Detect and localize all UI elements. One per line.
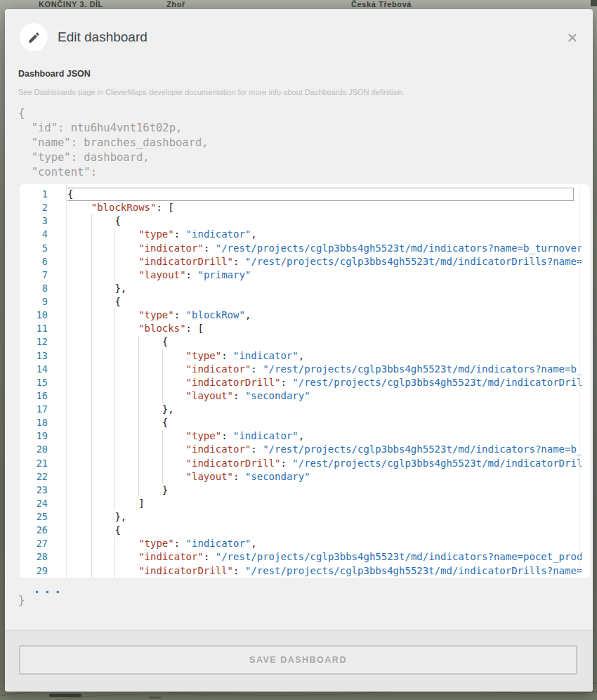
json-punctuation: {: [114, 296, 120, 307]
json-value: "primary": [197, 269, 251, 280]
line-number: 9: [20, 295, 48, 309]
indent-guide: [114, 389, 115, 403]
line-number: 8: [20, 282, 48, 295]
indent-guide: [138, 335, 139, 349]
json-punctuation: {: [114, 524, 120, 536]
indent-guide: [114, 470, 115, 484]
code-line[interactable]: "type": "blockRow",: [67, 309, 582, 322]
code-line[interactable]: "layout": "secondary": [67, 389, 582, 403]
line-number: 12: [20, 335, 48, 349]
indent-guide: [91, 564, 92, 578]
code-area[interactable]: { "blockRows": [ { "type": "indicator", …: [67, 188, 582, 578]
indent-guide: [91, 214, 92, 228]
indent-guide: [114, 429, 115, 443]
edit-dashboard-modal: Edit dashboard ✕ Dashboard JSON See Dash…: [5, 9, 593, 692]
code-line[interactable]: "indicator": "/rest/projects/cglp3bbs4gh…: [67, 443, 582, 456]
indent-guide: [114, 268, 115, 282]
code-line[interactable]: {: [67, 524, 582, 537]
indent-guide: [162, 443, 163, 456]
indent-guide: [91, 255, 92, 268]
code-line[interactable]: "layout": "secondary": [67, 470, 582, 484]
indent-guide: [91, 524, 92, 537]
indent-guide: [91, 403, 92, 416]
indent-guide: [114, 537, 115, 550]
indent-guide: [138, 470, 139, 484]
line-number: 29: [20, 564, 48, 578]
code-line[interactable]: "blocks": [: [67, 322, 582, 335]
json-punctuation: ,: [298, 350, 304, 361]
json-key: "type": [138, 538, 174, 549]
code-line[interactable]: "blockRows": [: [67, 201, 582, 214]
indent-guide: [162, 349, 163, 363]
json-punctuation: :: [233, 256, 245, 267]
json-punctuation: : [: [186, 323, 204, 334]
code-line[interactable]: ]: [67, 497, 582, 510]
code-line[interactable]: {: [67, 335, 582, 349]
indent-guide: [138, 429, 139, 443]
indent-guide: [114, 255, 115, 268]
json-value: "/rest/projects/cglp3bbs4gh5523t/md/indi…: [292, 458, 582, 469]
indent-guide: [91, 295, 92, 309]
line-number: 4: [20, 228, 48, 241]
editor-scrollbar[interactable]: [579, 190, 580, 572]
code-line[interactable]: {: [67, 416, 582, 429]
line-number: 7: [20, 268, 48, 282]
json-punctuation: {: [114, 215, 120, 226]
code-line[interactable]: },: [67, 510, 582, 524]
close-icon[interactable]: ✕: [563, 29, 582, 47]
indent-guide: [114, 497, 115, 510]
save-dashboard-button[interactable]: SAVE DASHBOARD: [19, 645, 577, 675]
code-editor[interactable]: 1234567891011121314151617181920212223242…: [20, 184, 590, 578]
code-line[interactable]: }: [67, 484, 582, 497]
indent-guide: [114, 403, 115, 416]
code-line[interactable]: },: [67, 282, 582, 295]
indent-guide: [114, 335, 115, 349]
code-line[interactable]: "type": "indicator",: [67, 349, 582, 363]
json-value: "/rest/projects/cglp3bbs4gh5523t/md/indi…: [292, 377, 582, 388]
json-key: "indicator": [186, 443, 251, 455]
dashboard-json-label: Dashboard JSON: [18, 69, 91, 79]
json-punctuation: :: [186, 269, 198, 280]
code-line[interactable]: {: [67, 188, 582, 201]
code-line[interactable]: "indicator": "/rest/projects/cglp3bbs4gh…: [67, 550, 582, 564]
json-punctuation: :: [221, 430, 233, 441]
indent-guide: [91, 510, 92, 524]
map-place-label: KONČINY 3. DÍL: [39, 0, 103, 8]
json-value: "/rest/projects/cglp3bbs4gh5523t/md/indi…: [263, 363, 582, 375]
indent-guide: [91, 363, 92, 376]
json-punctuation: :: [233, 471, 245, 482]
json-punctuation: :: [204, 551, 216, 562]
code-line[interactable]: },: [67, 403, 582, 416]
json-key: "indicatorDrill": [186, 458, 281, 469]
code-line[interactable]: "type": "indicator",: [67, 228, 582, 241]
code-line[interactable]: "layout": "primary": [67, 268, 582, 282]
json-punctuation: ,: [251, 228, 256, 240]
help-text: See Dashboards page in CleverMaps develo…: [18, 88, 405, 96]
code-line[interactable]: {: [67, 295, 582, 309]
code-line[interactable]: "indicatorDrill": "/rest/projects/cglp3b…: [67, 376, 582, 389]
indent-guide: [114, 242, 115, 255]
code-line[interactable]: "type": "indicator",: [67, 429, 582, 443]
json-key: "indicator": [138, 242, 204, 254]
line-number: 21: [20, 457, 48, 470]
json-key: "blockRows": [91, 202, 157, 213]
code-line[interactable]: "type": "indicator",: [67, 537, 582, 550]
map-place-label: Česká Třebová: [351, 0, 412, 8]
code-line[interactable]: {: [67, 214, 582, 228]
json-value: "indicator": [186, 538, 251, 549]
json-punctuation: },: [162, 403, 174, 415]
code-line[interactable]: "indicator": "/rest/projects/cglp3bbs4gh…: [67, 242, 582, 255]
indent-guide: [138, 457, 139, 470]
code-line[interactable]: "indicatorDrill": "/rest/projects/cglp3b…: [67, 564, 582, 578]
indent-guide: [91, 268, 92, 282]
edit-pencil-icon: [20, 23, 48, 51]
fold-ellipsis: ...: [33, 581, 65, 596]
line-number: 1: [20, 188, 48, 201]
code-line[interactable]: "indicatorDrill": "/rest/projects/cglp3b…: [67, 255, 582, 268]
line-number: 24: [20, 497, 48, 510]
json-punctuation: :: [251, 363, 263, 375]
code-line[interactable]: "indicatorDrill": "/rest/projects/cglp3b…: [67, 457, 582, 470]
modal-title: Edit dashboard: [58, 30, 147, 45]
code-line[interactable]: "indicator": "/rest/projects/cglp3bbs4gh…: [67, 363, 582, 376]
json-punctuation: {: [162, 336, 168, 347]
